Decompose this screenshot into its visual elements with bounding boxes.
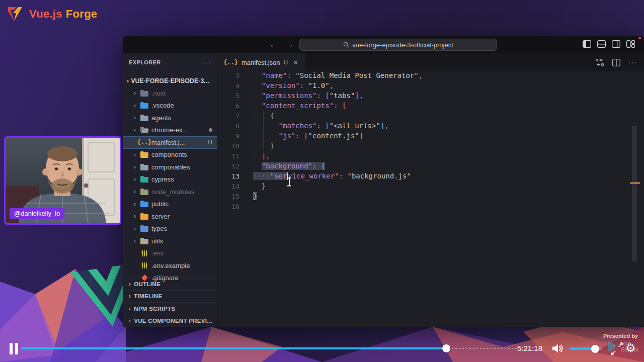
more-actions-icon[interactable]: ··· [628,58,637,66]
code-line-9[interactable]: 9 "js": ["content.js"] [218,131,644,141]
editor-scrollbar[interactable] [632,126,637,261]
chevron-right-icon: › [131,176,139,183]
tree-file--env[interactable]: .env [123,247,217,260]
tree-item-label: agents [151,114,171,122]
explorer-title: EXPLORER [129,59,203,65]
chevron-right-icon: › [131,225,139,232]
chevron-right-icon: › [131,102,139,109]
toggle-secondary-sidebar-icon[interactable] [612,40,620,48]
chevron-right-icon: › [129,281,131,288]
explorer-sidebar: EXPLORER ··· › VUE-FORGE-EPISODE-3... ›.… [123,53,218,327]
folder-open-icon [140,127,149,133]
tree-folder-utils[interactable]: ›utils [123,235,217,247]
tree-folder-agents[interactable]: ›agents [123,112,217,124]
code-line-16[interactable]: 16 [218,201,644,211]
code-text: } [253,192,257,200]
titlebar: ← → vue-forge-episode-3-official-project [123,36,644,53]
tree-folder-types[interactable]: ›types [123,223,217,235]
folder-icon [140,201,148,207]
code-text: } [253,182,266,190]
volume-slider[interactable] [570,347,602,350]
webcam-handle-badge: @danielkelly_io [10,208,64,219]
tab-git-status: U [284,59,288,66]
settings-gear-icon[interactable]: ⚙ [625,341,636,355]
recording-indicator-dot [638,37,641,39]
code-line-13[interactable]: 13····"service_worker": "background.js" [218,171,644,181]
code-text: "background": { [253,162,325,170]
chevron-right-icon: › [131,201,139,208]
tree-item-label: .nuxt [151,89,166,97]
tree-folder-chrome-ex-[interactable]: ›chrome-ex... [123,124,217,137]
explorer-more-actions[interactable]: ··· [203,59,211,66]
tree-folder-public[interactable]: ›public [123,198,217,211]
sidebar-section-vue-component-previ-[interactable]: ›VUE COMPONENT PREVI... [123,315,217,327]
toggle-panel-icon[interactable] [597,40,606,48]
folder-icon [140,90,148,97]
tree-folder--vscode[interactable]: ›.vscode [123,100,217,112]
tree-folder-cypress[interactable]: ›cypress [123,173,217,186]
tree-folder-composables[interactable]: ›composables [123,161,217,173]
chevron-right-icon: › [129,293,131,300]
progress-handle[interactable] [442,344,450,352]
line-number: 13 [218,172,239,180]
split-editor-icon[interactable] [612,59,620,66]
tree-file--env-example[interactable]: .env.example [123,259,217,272]
arrow-down-left-icon: ↙ [610,348,616,356]
code-line-4[interactable]: 4 "version": "1.0", [218,80,644,90]
tree-item-label: .env.example [151,262,190,269]
chevron-right-icon: › [131,114,139,121]
tab-manifest-json[interactable]: {..} manifest.json U × [218,53,305,71]
tree-folder-components[interactable]: ›components [123,149,217,161]
vscode-window: ← → vue-forge-episode-3-official-project [123,36,644,327]
tree-folder-node-modules[interactable]: ›node_modules [123,186,217,198]
line-number: 11 [218,152,239,160]
code-line-10[interactable]: 10 } [218,141,644,151]
code-text: ], [253,152,270,160]
tree-item-label: node_modules [151,188,194,196]
webcam-overlay: @danielkelly_io [4,136,121,225]
code-line-12[interactable]: 12 "background": { [218,161,644,171]
chevron-right-icon: › [131,163,139,170]
code-line-7[interactable]: 7 { [218,111,644,121]
search-value: vue-forge-episode-3-official-project [352,41,453,49]
sidebar-section-outline[interactable]: ›OUTLINE [123,278,217,290]
code-line-14[interactable]: 14 } [218,181,644,191]
code-line-3[interactable]: 3 "name": "Social Media Post Generator", [218,71,644,80]
line-number: 9 [218,132,239,140]
code-editor[interactable]: 3 "name": "Social Media Post Generator",… [218,71,644,327]
folder-icon [140,213,148,220]
fullscreen-button[interactable]: ↗ ↙ [610,341,624,355]
code-line-15[interactable]: 15} [218,191,644,201]
code-text: "version": "1.0", [253,81,334,89]
arrow-up-right-icon: ↗ [617,340,623,348]
chevron-right-icon: › [129,305,131,312]
workspace-root-folder[interactable]: › VUE-FORGE-EPISODE-3... [123,74,217,87]
toggle-sidebar-icon[interactable] [583,40,591,48]
open-changes-icon[interactable] [595,58,604,66]
line-number: 7 [218,112,239,120]
command-center-search[interactable]: vue-forge-episode-3-official-project [299,39,497,51]
code-line-6[interactable]: 6 "content_scripts": [ [218,101,644,111]
back-arrow-icon[interactable]: ← [269,40,279,50]
overview-ruler-marker [630,182,640,184]
customize-layout-icon[interactable] [626,40,635,48]
code-line-5[interactable]: 5 "permissions": ["tabs"], [218,90,644,101]
line-number: 10 [218,142,239,150]
code-line-11[interactable]: 11 ], [218,151,644,161]
section-label: VUE COMPONENT PREVI... [134,318,212,324]
pause-button[interactable] [10,343,20,354]
progress-bar[interactable] [21,347,518,349]
chevron-right-icon: › [131,237,139,244]
volume-handle[interactable] [591,345,599,353]
code-text: ····"service_worker": "background.js" [253,172,411,180]
code-line-8[interactable]: 8 "matches": ["<all_urls>"], [218,121,644,131]
sidebar-section-npm-scripts[interactable]: ›NPM SCRIPTS [123,302,217,315]
tree-folder-server[interactable]: ›server [123,210,217,223]
volume-icon[interactable] [551,343,565,354]
sidebar-section-timeline[interactable]: ›TIMELINE [123,290,217,303]
tree-item-label: server [151,213,170,220]
tree-folder--nuxt[interactable]: ›.nuxt [123,87,217,100]
tree-file-manifest-j-[interactable]: {..}manifest.j...U [123,136,217,149]
tab-close-icon[interactable]: × [293,58,297,66]
forward-arrow-icon[interactable]: → [285,40,295,50]
